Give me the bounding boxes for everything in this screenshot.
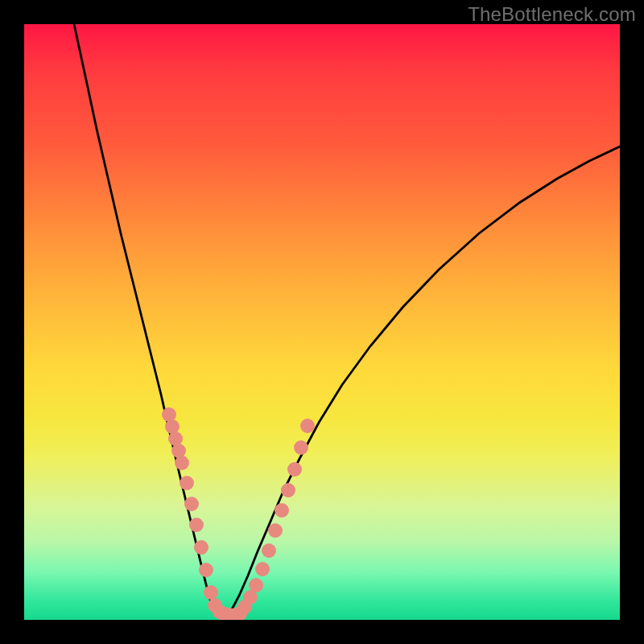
data-dot bbox=[199, 563, 213, 577]
data-dot bbox=[184, 497, 199, 511]
data-dot bbox=[189, 518, 204, 532]
data-dot bbox=[204, 585, 218, 600]
data-dot bbox=[268, 523, 283, 538]
data-dot bbox=[262, 543, 276, 558]
data-dot bbox=[175, 456, 189, 470]
plot-area bbox=[24, 24, 620, 620]
chart-frame: TheBottleneck.com bbox=[0, 0, 644, 644]
data-dot bbox=[300, 419, 315, 433]
data-dot bbox=[249, 578, 263, 592]
data-dot bbox=[255, 562, 270, 576]
data-dot bbox=[287, 462, 302, 477]
data-dot bbox=[194, 540, 208, 555]
right-curve bbox=[225, 147, 620, 617]
data-dots bbox=[162, 407, 315, 620]
watermark-text: TheBottleneck.com bbox=[468, 3, 636, 26]
data-dot bbox=[180, 476, 194, 490]
data-dot bbox=[294, 440, 308, 455]
data-dot bbox=[281, 483, 295, 497]
curve-layer bbox=[24, 24, 620, 620]
data-dot bbox=[275, 503, 289, 518]
